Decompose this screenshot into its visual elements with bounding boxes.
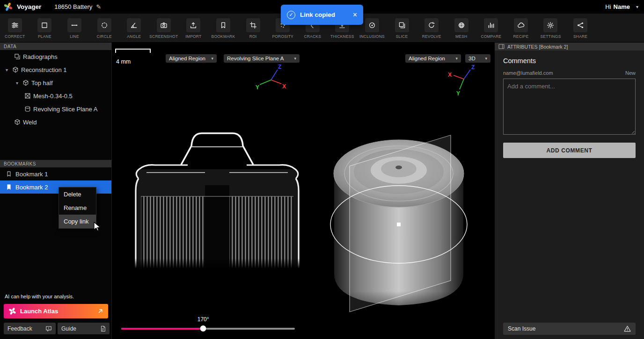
rotation-slider-handle[interactable] [200, 325, 206, 332]
slice-select-left[interactable]: Revolving Slice Plane A ▾ [224, 54, 300, 63]
slice-view-canvas[interactable] [132, 117, 302, 268]
chevron-down-icon[interactable]: ▾ [4, 67, 10, 72]
rotation-slider[interactable]: 170° [121, 325, 295, 332]
check-circle-icon: ✓ [287, 11, 295, 19]
tree-item-1[interactable]: ▾Reconstruction 1 [0, 63, 111, 76]
tool-settings[interactable]: SETTINGS [536, 18, 566, 39]
bookmark-icon [220, 22, 227, 29]
region-select-left[interactable]: Aligned Region ▾ [166, 54, 217, 63]
tree-item-5[interactable]: Weld [0, 115, 111, 129]
comments-title: Comments [495, 50, 644, 66]
tool-share[interactable]: SHARE [565, 18, 595, 39]
inclusions-icon [368, 22, 376, 29]
tree-item-4[interactable]: Revolving Slice Plane A [0, 102, 111, 115]
svg-text:Y: Y [256, 84, 259, 91]
toast-link-copied: ✓ Link copied × [281, 5, 363, 25]
guide-button[interactable]: Guide [58, 323, 110, 334]
tool-circle[interactable]: CIRCLE [89, 18, 119, 39]
tool-screenshot[interactable]: SCREENSHOT [149, 18, 179, 39]
comment-input[interactable] [503, 79, 636, 135]
3d-view-canvas[interactable] [323, 112, 473, 323]
context-menu-item-delete[interactable]: Delete [59, 188, 96, 201]
lumafield-logo-icon[interactable] [3, 2, 13, 12]
bookmark-item-0[interactable]: Bookmark 1 [0, 167, 111, 180]
svg-text:Y: Y [456, 90, 460, 97]
roi-crop-icon [249, 22, 257, 29]
share-icon [577, 22, 584, 29]
bookmarks-section-header: BOOKMARKS [0, 160, 111, 167]
tool-revolve[interactable]: REVOLVE [417, 18, 446, 39]
tool-angle[interactable]: ANGLE [119, 18, 149, 39]
attributes-header-label: ATTRIBUTES [Bookmark 2] [507, 44, 568, 50]
context-menu-item-copy-link[interactable]: Copy link [59, 215, 96, 228]
new-comment-toggle[interactable]: New [625, 70, 636, 76]
region-select-right[interactable]: Aligned Region ▾ [405, 54, 461, 63]
panel-collapse-icon[interactable] [498, 44, 505, 49]
data-section-header: DATA [0, 43, 111, 50]
rotation-slider-fill [121, 328, 203, 330]
tool-compare[interactable]: COMPARE [476, 18, 506, 39]
mesh-icon [458, 22, 465, 29]
tool-plane[interactable]: PLANE [30, 18, 60, 39]
guide-label: Guide [61, 325, 76, 332]
bookmark-icon [6, 171, 12, 177]
attributes-panel: ATTRIBUTES [Bookmark 2] Comments name@lu… [495, 43, 644, 339]
guide-document-icon [100, 325, 106, 332]
atlas-pinwheel-icon [8, 307, 16, 315]
chevron-down-icon: ▾ [485, 56, 487, 61]
tool-line[interactable]: LINE [59, 18, 89, 39]
project-title: 18650 Battery [54, 3, 92, 10]
app-name: Voyager [17, 3, 41, 10]
feedback-button[interactable]: Feedback [4, 323, 56, 334]
tree-item-0[interactable]: Radiographs [0, 50, 111, 63]
user-name: Name [614, 3, 630, 10]
tool-slice[interactable]: SLICE [387, 18, 417, 39]
warning-triangle-icon [624, 325, 631, 332]
rotation-slider-value: 170° [198, 316, 209, 323]
svg-text:X: X [448, 72, 452, 78]
cube-icon [22, 79, 29, 86]
user-menu[interactable]: Hi Name ▾ [605, 3, 638, 10]
cube-icon [12, 66, 19, 73]
tree-item-3[interactable]: Mesh-0.34-0.5 [0, 89, 111, 102]
arrow-up-right-icon [97, 308, 103, 314]
chevron-down-icon: ▾ [211, 56, 213, 61]
chevron-down-icon: ▾ [455, 56, 458, 61]
svg-text:Z: Z [278, 64, 281, 70]
chevron-down-icon: ▾ [636, 4, 638, 9]
plane-icon [41, 22, 48, 29]
feedback-bubble-icon [45, 325, 52, 332]
tool-correct[interactable]: CORRECT [0, 18, 30, 39]
tool-roi[interactable]: ROI [238, 18, 268, 39]
scan-issue-label: Scan Issue [508, 325, 535, 332]
slice-icon [398, 22, 406, 29]
angle-icon [130, 22, 138, 29]
scale-bar [115, 49, 151, 53]
view-mode-select[interactable]: 3D ▾ [465, 54, 490, 63]
launch-atlas-label: Launch Atlas [20, 308, 58, 315]
import-icon [190, 22, 197, 29]
tool-bookmark[interactable]: BOOKMARK [208, 18, 238, 39]
context-menu-item-rename[interactable]: Rename [59, 201, 96, 215]
compare-icon [487, 22, 495, 29]
viewport: 4 mm Aligned Region ▾ Revolving Slice Pl… [112, 43, 495, 339]
add-comment-button[interactable]: ADD COMMENT [503, 143, 636, 158]
edit-title-icon[interactable]: ✎ [96, 3, 101, 10]
cube-icon [14, 119, 21, 125]
chevron-down-icon[interactable]: ▾ [14, 80, 20, 86]
launch-atlas-button[interactable]: Launch Atlas [4, 304, 108, 318]
svg-text:X: X [282, 83, 286, 90]
toast-close-icon[interactable]: × [353, 11, 357, 19]
settings-icon [547, 22, 554, 29]
tree-item-2[interactable]: ▾Top half [0, 76, 111, 89]
revolve-icon [428, 22, 435, 29]
context-menu: DeleteRenameCopy link [59, 187, 96, 229]
user-greeting: Hi [605, 3, 611, 10]
tool-mesh[interactable]: MESH [446, 18, 476, 39]
tool-recipe[interactable]: RECIPE [506, 18, 536, 39]
camera-icon [160, 22, 168, 29]
tool-import[interactable]: IMPORT [179, 18, 209, 39]
scan-issue-button[interactable]: Scan Issue [503, 323, 636, 335]
axis-gizmo-left: Z Y X [255, 63, 289, 97]
feedback-label: Feedback [7, 325, 32, 332]
